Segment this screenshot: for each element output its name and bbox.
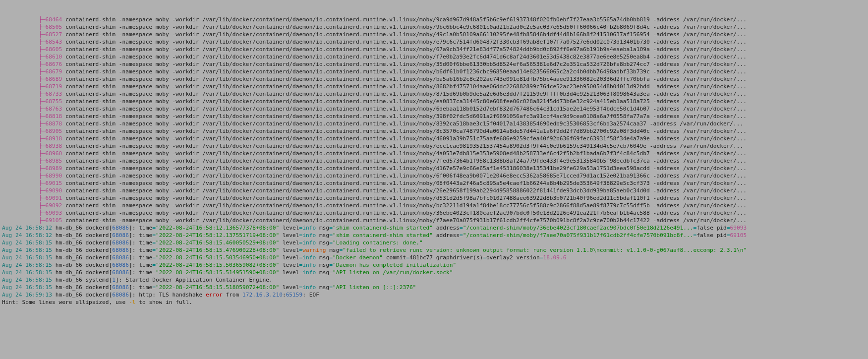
process-pid: 69091 [46, 195, 62, 201]
process-pid: 69092 [46, 202, 62, 209]
kv-key: msg [319, 239, 329, 246]
tree-indent [2, 173, 39, 179]
process-pid: 68938 [46, 143, 62, 149]
kv-extra: 481bc77 [409, 254, 436, 261]
log-msg: "shim containerd-shim started" [333, 232, 433, 239]
log-msg: "Daemon has completed initialization" [333, 262, 456, 268]
tree-branch-icon: ├─ [39, 46, 45, 53]
log-line: Aug 24 16:59:13 hm-db_66 dockerd[68086]:… [2, 291, 866, 299]
tree-branch-icon: ├─ [39, 187, 45, 194]
process-cmdline: containerd-shim -namespace moby -workdir… [62, 39, 747, 45]
hint-text: to show in full. [135, 299, 192, 305]
kv-extra: = [460, 225, 463, 231]
tree-indent [2, 16, 39, 23]
log-host: hm-db_66 [56, 254, 86, 261]
log-msg: "Loading containers: done." [333, 239, 423, 246]
process-tree-row: ├─68960 containerd-shim -namespace moby … [2, 150, 866, 157]
process-pid: 68719 [46, 83, 62, 90]
process-pid: 69093 [46, 210, 62, 216]
process-tree-row: ├─68689 containerd-shim -namespace moby … [2, 75, 866, 83]
log-msg: "failed to retrieve runc version: unknow… [343, 247, 747, 253]
log-level: info [302, 225, 319, 231]
log-process: dockerd [85, 292, 109, 298]
process-pid: 68605 [46, 46, 62, 53]
kv-key: level [283, 239, 299, 246]
process-pid: 68763 [46, 106, 62, 112]
log-line: Aug 24 16:58:15 hm-db_66 dockerd[68086]:… [2, 246, 866, 254]
kv-extra: 18.09.6 [543, 254, 566, 261]
process-cmdline: containerd-shim -namespace moby -workdir… [62, 135, 747, 142]
process-tree-row: ├─68676 containerd-shim -namespace moby … [2, 60, 866, 68]
tree-branch-icon: ├─ [39, 128, 45, 134]
log-process: dockerd [85, 254, 109, 261]
tree-branch-icon: ├─ [39, 135, 45, 142]
tree-indent [2, 150, 39, 157]
tree-indent [2, 76, 39, 82]
kv-extra: = [727, 232, 730, 239]
log-process: dockerd [85, 225, 109, 231]
log-time: 16:58:15 [25, 239, 56, 246]
log-msg: "API listen on /var/run/docker.sock" [333, 269, 453, 276]
tree-indent [2, 128, 39, 134]
process-pid: 68918 [46, 135, 62, 142]
tree-indent [2, 195, 39, 201]
tree-branch-icon: ├─ [39, 24, 45, 30]
log-time: 16:58:15 [25, 277, 56, 283]
log-time: 16:58:15 [25, 262, 56, 268]
log-time: 16:58:15 [25, 247, 56, 253]
log-process: dockerd [85, 262, 109, 268]
port: 65159 [286, 292, 303, 298]
tree-indent [2, 202, 39, 209]
kv-extra: graphdriver(s) [436, 254, 483, 261]
log-date: Aug 24 [2, 225, 25, 231]
kv-extra: = [460, 232, 463, 239]
process-cmdline: containerd-shim -namespace moby -workdir… [62, 195, 747, 201]
process-pid: 68733 [46, 91, 62, 97]
process-pid: 69090 [46, 187, 62, 194]
kv-key: msg [319, 254, 329, 261]
kv-extra: commit [386, 254, 406, 261]
log-host: hm-db_66 [56, 284, 86, 291]
tree-indent [2, 180, 39, 186]
log-pid: 68086 [112, 284, 129, 291]
process-cmdline: containerd-shim -namespace moby -workdir… [62, 150, 747, 157]
log-line: Aug 24 16:58:15 hm-db_66 dockerd[68086]:… [2, 254, 866, 261]
tree-branch-icon: ├─ [39, 106, 45, 112]
process-tree-row: ├─68733 containerd-shim -namespace moby … [2, 90, 866, 98]
kv-key: msg [319, 232, 329, 239]
kv-extra: false [696, 232, 716, 239]
tree-branch-icon: ├─ [39, 98, 45, 105]
process-cmdline: containerd-shim -namespace moby -workdir… [62, 16, 747, 23]
process-pid: 69105 [46, 217, 62, 224]
process-pid: 68679 [46, 68, 62, 75]
tree-indent [2, 217, 39, 224]
process-tree-row: ├─68755 containerd-shim -namespace moby … [2, 98, 866, 105]
kv-key: msg [329, 247, 339, 253]
kv-key: level [283, 284, 299, 291]
log-level: info [302, 284, 319, 291]
process-tree-row: ├─68679 containerd-shim -namespace moby … [2, 68, 866, 75]
log-msg: Started Docker Application Container Eng… [125, 277, 272, 283]
process-cmdline: containerd-shim -namespace moby -workdir… [62, 180, 747, 186]
process-pid: 68985 [46, 158, 62, 164]
kv-value: "2022-08-24T16:58:12.137551719+08:00" [156, 232, 283, 239]
process-tree-row: ├─69093 containerd-shim -namespace moby … [2, 209, 866, 217]
tree-indent [2, 113, 39, 120]
tree-indent [2, 210, 39, 216]
process-pid: 69015 [46, 180, 62, 186]
kv-extra: = [406, 254, 409, 261]
kv-extra: false [696, 225, 716, 231]
kv-key: level [283, 247, 299, 253]
process-cmdline: containerd-shim -namespace moby -workdir… [62, 68, 747, 75]
process-cmdline: containerd-shim -namespace moby -workdir… [62, 31, 747, 38]
process-cmdline: containerd-shim -namespace moby -workdir… [62, 98, 747, 105]
kv-value: "2022-08-24T16:58:15.514951590+08:00" [156, 269, 283, 276]
kv-key: time [139, 262, 152, 268]
process-cmdline: containerd-shim -namespace moby -workdir… [62, 143, 743, 149]
process-tree-row: ├─69091 containerd-shim -namespace moby … [2, 194, 866, 202]
process-cmdline: containerd-shim -namespace moby -workdir… [62, 61, 747, 67]
kv-key: msg [319, 262, 329, 268]
process-cmdline: containerd-shim -namespace moby -workdir… [62, 83, 747, 90]
log-time: 16:58:12 [25, 232, 56, 239]
log-time: 16:58:12 [25, 225, 56, 231]
